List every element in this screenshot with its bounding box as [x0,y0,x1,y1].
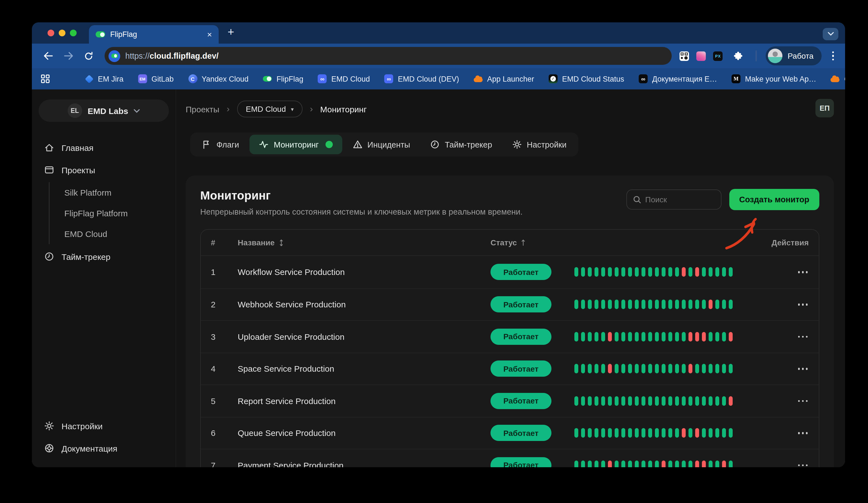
row-actions-button[interactable] [797,397,809,405]
profile-chip[interactable]: Работа [766,46,821,65]
sidebar-item-label: FlipFlag Platform [64,209,128,218]
uptime-segment-ok [621,364,625,374]
tab-monitoring[interactable]: Мониторинг [250,135,342,154]
search-input[interactable] [645,195,714,204]
sidebar-item-silk-platform[interactable]: Silk Platform [50,182,169,203]
page-tabs-row: Флаги Мониторинг Инциденты [190,133,834,157]
row-actions-button[interactable] [797,332,809,341]
user-avatar-badge[interactable]: ЕП [815,99,834,117]
tab-label: Мониторинг [274,140,319,149]
sidebar-item-emd-cloud[interactable]: EMD Cloud [50,223,169,244]
sidebar-item-flipflag-platform[interactable]: FlipFlag Platform [50,203,169,223]
uptime-segment-ok [641,396,645,406]
reload-button[interactable] [80,48,97,64]
bookmark-item[interactable]: EMD Cloud Status [549,74,624,83]
pink-extension-icon[interactable] [696,51,706,61]
create-monitor-button[interactable]: Создать монитор [729,189,819,210]
table-body: 1Workflow Service ProductionРаботает2Web… [201,256,819,467]
uptime-segment-ok [635,461,639,468]
sidebar-item-home[interactable]: Главная [39,136,169,159]
sidebar-item-projects[interactable]: Проекты [39,159,169,181]
table-row: 4Space Service ProductionРаботает [201,353,819,385]
bookmark-label: GitLab [152,75,174,83]
workspace-switcher[interactable]: EL EMD Labs [39,99,169,122]
uptime-segment-ok [655,300,659,310]
uptime-segment-fail [608,332,612,342]
breadcrumb-root[interactable]: Проекты [186,104,219,114]
extensions-puzzle-button[interactable] [730,48,747,64]
sidebar-item-time-tracker[interactable]: Тайм-трекер [39,245,169,268]
bookmark-label: EMD Cloud (DEV) [398,75,459,83]
uptime-bars [575,268,755,277]
url-bar[interactable]: https://cloud.flipflag.dev/ [105,47,672,65]
sidebar-item-docs[interactable]: Документация [39,437,169,459]
alert-triangle-icon [353,140,362,149]
status-badge: Работает [490,264,551,280]
uptime-segment-ok [655,268,659,277]
row-actions-button[interactable] [797,268,809,276]
maximize-window-button[interactable] [70,30,76,36]
activity-icon [259,140,269,149]
row-actions-button[interactable] [797,461,809,467]
tab-incidents[interactable]: Инциденты [343,135,420,154]
tab-flags[interactable]: Флаги [193,135,249,154]
uptime-segment-ok [648,428,652,438]
bookmark-item[interactable]: FlipFlag [263,74,303,83]
uptime-segment-ok [695,300,699,310]
table-row: 2Webhook Service ProductionРаботает [201,288,819,320]
bookmark-item[interactable]: EMGitLab [138,74,174,83]
bookmark-item[interactable]: Cloudflare | Web P… [831,74,845,83]
tab-search-button[interactable] [823,28,838,40]
uptime-segment-ok [668,268,672,277]
bookmark-item[interactable]: App Launcher [474,74,534,83]
bookmark-item[interactable]: CYandex Cloud [188,74,249,83]
search-box[interactable] [626,189,721,210]
uptime-segment-ok [715,300,719,310]
bookmark-item[interactable]: MMake your Web Ap… [732,74,816,83]
qr-extension-icon[interactable] [680,51,689,61]
breadcrumb-project-selector[interactable]: EMD Cloud ▾ [237,101,302,117]
row-actions-button[interactable] [797,429,809,437]
bookmarks-list: EM JiraEMGitLabCYandex CloudFlipFlag∞EMD… [84,74,845,83]
monitor-name: Workflow Service Production [238,268,490,277]
sidebar-item-label: Silk Platform [64,188,111,197]
back-button[interactable] [40,48,56,64]
uptime-segment-ok [722,300,726,310]
minimize-window-button[interactable] [59,30,65,36]
monitors-table: # Название Статус Действия [200,229,819,467]
apps-grid-button[interactable] [41,73,50,84]
profile-label: Работа [788,51,814,60]
px-extension-icon[interactable]: PX [713,51,723,61]
sidebar-item-settings[interactable]: Настройки [39,415,169,437]
bookmark-item[interactable]: ∞EMD Cloud (DEV) [384,74,459,83]
bookmark-item[interactable]: ∞Документация E… [639,74,717,83]
uptime-segment-ok [581,332,585,342]
sidebar: EL EMD Labs Главная Проекты Silk Platfor… [32,90,176,467]
close-window-button[interactable] [48,30,54,36]
column-header-name[interactable]: Название [238,238,490,247]
sidebar-item-label: EMD Cloud [64,229,107,239]
browser-menu-button[interactable] [829,51,837,61]
row-actions-button[interactable] [797,300,809,309]
tab-time-tracker[interactable]: Тайм-трекер [421,135,502,154]
bookmark-item[interactable]: EM Jira [84,74,124,83]
uptime-segment-ok [668,332,672,342]
forward-button[interactable] [60,48,76,64]
gear-icon [512,140,522,149]
uptime-segment-ok [668,364,672,374]
new-tab-button[interactable]: + [228,23,234,41]
browser-tab[interactable]: FlipFlag × [89,25,219,44]
uptime-segment-ok [621,332,625,342]
bookmark-item[interactable]: ∞EMD Cloud [318,74,370,83]
row-actions-button[interactable] [797,364,809,373]
uptime-segment-ok [628,461,632,468]
home-icon [44,143,54,153]
uptime-segment-ok [709,332,713,342]
column-header-label: Статус [490,238,517,247]
tab-close-icon[interactable]: × [207,30,212,39]
tab-settings[interactable]: Настройки [503,135,576,154]
uptime-segment-ok [575,268,578,277]
column-header-status[interactable]: Статус [490,238,575,247]
monitor-name: Space Service Production [238,364,490,374]
jira-icon [84,74,93,83]
